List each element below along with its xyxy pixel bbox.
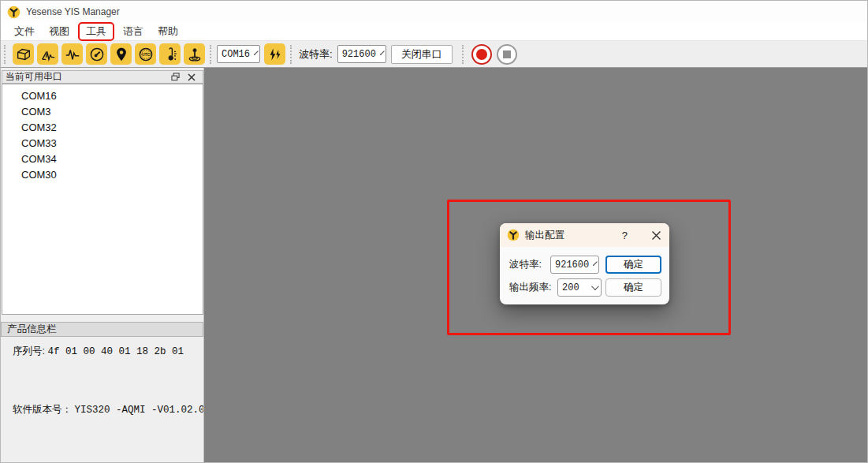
waveform-button[interactable] [61,43,83,65]
dialog-baud-label: 波特率: [509,258,542,271]
utc-clock-icon: UTC [137,46,155,63]
utc-time-button[interactable]: UTC [135,43,156,65]
app-title: Yesense YIS Manager [26,6,120,17]
baud-rate-row: 波特率: 921600 确定 [500,256,669,274]
dialog-frequency-select[interactable]: 200 [557,278,602,297]
stop-button[interactable] [497,44,517,65]
app-logo-icon [507,229,520,241]
dialog-frequency-value: 200 [562,282,579,293]
baud-ok-button[interactable]: 确定 [605,256,661,274]
cube-icon [15,46,32,63]
gauge-button[interactable] [86,43,107,65]
close-icon [188,73,196,81]
serial-ports-panel-title: 当前可用串口 [6,70,167,84]
toolbar-grip[interactable] [4,45,7,64]
serial-port-list: COM16 COM3 COM32 COM33 COM34 COM30 [2,84,203,315]
angle-wave-icon [39,46,57,63]
temperature-button[interactable] [159,43,181,65]
output-config-dialog: 输出配置 ? 波特率: 921600 确定 输出频率: 200 确定 [500,223,669,304]
serial-number-label: 序列号: [13,345,45,357]
stop-icon [503,50,511,58]
cube-3d-button[interactable] [13,43,34,65]
output-frequency-row: 输出频率: 200 确定 [500,278,669,297]
close-icon [652,231,661,240]
chevron-down-icon [254,50,259,55]
dialog-frequency-label: 输出频率: [509,281,551,294]
menu-file[interactable]: 文件 [7,23,42,40]
port-list-item[interactable]: COM32 [2,119,203,135]
joystick-button[interactable] [184,43,205,65]
float-panel-icon [171,73,180,81]
close-panel-button[interactable] [184,73,199,81]
record-button[interactable] [471,44,492,65]
menu-language[interactable]: 语言 [116,23,151,40]
port-list-item[interactable]: COM30 [2,166,203,182]
dialog-baud-select[interactable]: 921600 [550,256,599,274]
menubar: 文件 视图 工具 语言 帮助 [1,23,868,41]
refresh-ports-button[interactable] [264,43,285,65]
window-titlebar: Yesense YIS Manager [1,1,868,23]
location-pin-icon [113,46,130,63]
dialog-help-button[interactable]: ? [622,230,628,241]
float-panel-button[interactable] [167,73,184,81]
baud-rate-select[interactable]: 921600 [337,45,386,63]
serial-number-value: 4f 01 00 40 01 18 2b 01 [47,346,184,357]
serial-number-row: 序列号: 4f 01 00 40 01 18 2b 01 [13,345,184,358]
dialog-baud-value: 921600 [555,260,589,271]
menu-help[interactable]: 帮助 [151,23,185,40]
thermometer-icon [162,46,179,63]
toolbar-grip[interactable] [210,45,213,64]
baud-rate-label: 波特率: [299,47,333,62]
software-version-value: YIS320 -AQMI -V01.02.03; [74,405,216,416]
serial-ports-panel-header: 当前可用串口 [2,70,203,84]
svg-text:UTC: UTC [141,52,150,56]
software-version-label: 软件版本号： [13,404,72,415]
port-list-item[interactable]: COM16 [2,88,203,103]
frequency-ok-button[interactable]: 确定 [605,278,661,297]
port-select-value: COM16 [222,49,250,60]
location-button[interactable] [110,43,132,65]
menu-tools[interactable]: 工具 [78,22,114,41]
angle-wave-button[interactable] [37,43,58,65]
toolbar: UTC COM16 波特率: 921600 关闭串口 [1,41,868,68]
dialog-titlebar: 输出配置 ? [500,223,669,247]
app-logo-icon [7,6,20,19]
close-serial-port-button[interactable]: 关闭串口 [391,45,453,64]
product-info-panel-header: 产品信息栏 [1,322,203,337]
chevron-down-icon [380,50,385,55]
port-list-item[interactable]: COM33 [2,135,203,151]
chevron-down-icon [591,282,599,290]
toolbar-grip[interactable] [462,45,465,64]
port-list-item[interactable]: COM34 [2,151,203,166]
chevron-down-icon [593,261,598,266]
product-info-title: 产品信息栏 [7,323,57,336]
gauge-icon [88,46,106,63]
baud-rate-value: 921600 [342,49,376,60]
waveform-icon [64,46,81,63]
software-version-row: 软件版本号： YIS320 -AQMI -V01.02.03; [13,403,217,416]
joystick-icon [186,46,203,63]
menu-view[interactable]: 视图 [42,23,76,40]
dialog-close-button[interactable] [650,230,662,241]
refresh-icon [267,47,283,62]
toolbar-grip[interactable] [290,45,293,64]
record-icon [476,49,487,60]
port-list-item[interactable]: COM3 [2,103,203,119]
port-select[interactable]: COM16 [217,45,260,63]
dialog-title: 输出配置 [525,229,617,242]
